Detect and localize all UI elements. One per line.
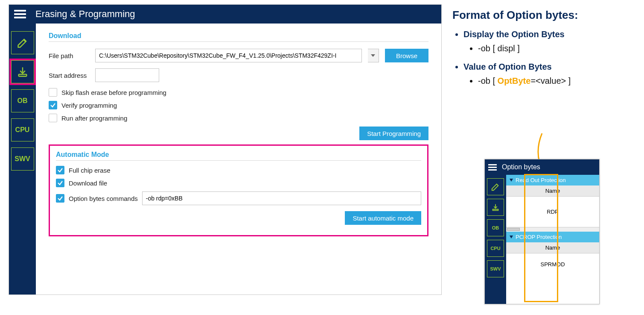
sidebar-edit[interactable] [11,31,34,54]
ob-icon: OB [17,97,28,105]
mini-col-head-1: Name [506,185,599,197]
option-bytes-mini-window: Option bytes OB CPU SWV Read Out Protect… [484,159,600,304]
skip-erase-checkbox[interactable] [49,88,57,97]
swv-icon: SWV [15,155,30,163]
titlebar: Erasing & Programming [9,5,441,24]
mini-hscroll-1[interactable] [506,227,599,232]
verify-row[interactable]: Verify programming [49,101,428,109]
ob-commands-label: Option bytes commands [69,195,138,202]
start-address-input[interactable] [95,68,159,82]
mini-sidebar-ob[interactable]: OB [487,219,504,236]
mini-sec2-head[interactable]: PCROP Protection [506,232,599,242]
mini-sidebar: OB CPU SWV [485,175,506,304]
file-path-label: File path [49,52,89,59]
sidebar-download[interactable] [11,60,34,83]
skip-erase-row[interactable]: Skip flash erase before programming [49,88,428,97]
download-file-row[interactable]: Download file [56,179,421,187]
mini-sidebar-cpu[interactable]: CPU [487,240,504,257]
mini-row-rdp: RDP [506,197,599,227]
automatic-mode-box: Automatic Mode Full chip erase Download … [49,144,428,236]
start-programming-button[interactable]: Start Programming [359,127,428,140]
pencil-icon [17,37,29,49]
bullet-value-ob: Value of Option Bytes -ob [ OptByte=<val… [463,62,640,86]
mini-sec1-head[interactable]: Read Out Protection [506,175,599,185]
run-after-row[interactable]: Run after programming [49,114,428,122]
full-erase-row[interactable]: Full chip erase [56,166,421,174]
full-erase-checkbox[interactable] [56,166,64,174]
mini-row-sprmod: SPRMOD [506,253,599,275]
chevron-down-icon [510,236,513,239]
mini-titlebar: Option bytes [485,159,599,175]
bullet-display-ob: Display the Option Bytes -ob [ displ ] [463,29,640,53]
notes-heading: Format of Option bytes: [452,9,640,22]
erasing-programming-window: Erasing & Programming OB CPU SWV Downloa… [9,4,442,295]
mini-body: Read Out Protection Name RDP PCROP Prote… [506,175,599,304]
full-erase-label: Full chip erase [69,167,111,174]
automatic-section-title: Automatic Mode [56,151,421,161]
chevron-down-icon [510,179,513,182]
start-address-row: Start address [49,68,428,82]
run-after-label: Run after programming [61,115,127,122]
verify-label: Verify programming [61,102,117,109]
file-path-row: File path Browse [49,49,428,62]
svg-marker-3 [510,179,513,182]
start-automatic-button[interactable]: Start automatic mode [345,211,421,225]
mini-sidebar-edit[interactable] [487,178,504,195]
pencil-icon [491,182,500,191]
mini-menu-icon[interactable] [488,164,497,171]
download-section-title: Download [49,32,428,42]
file-path-dropdown[interactable] [368,49,379,62]
download-file-label: Download file [69,180,107,187]
browse-button[interactable]: Browse [385,49,428,62]
run-after-checkbox[interactable] [49,114,57,122]
sidebar-ob[interactable]: OB [11,89,34,112]
mini-sidebar-download[interactable] [487,199,504,216]
cpu-icon: CPU [15,126,30,134]
ob-commands-input[interactable] [142,191,421,205]
mini-col-head-2: Name [506,242,599,253]
start-address-label: Start address [49,72,89,79]
page-title: Erasing & Programming [35,9,135,20]
chevron-down-icon [371,54,375,57]
svg-rect-2 [493,209,498,211]
svg-marker-1 [371,54,375,57]
download-file-checkbox[interactable] [56,179,64,187]
download-icon [491,203,500,212]
download-icon [17,66,29,78]
main-pane: Download File path Browse Start address … [36,24,441,294]
mini-sidebar-swv[interactable]: SWV [487,260,504,277]
skip-erase-label: Skip flash erase before programming [61,89,166,96]
subbullet-ob-displ: -ob [ displ ] [478,44,640,53]
menu-icon[interactable] [14,8,26,20]
svg-rect-0 [18,74,26,77]
file-path-input[interactable] [95,49,362,62]
verify-checkbox[interactable] [49,101,57,109]
sidebar-swv[interactable]: SWV [11,147,34,171]
ob-commands-checkbox[interactable] [56,194,64,203]
annotation-notes: Format of Option bytes: Display the Opti… [452,9,640,94]
ob-commands-row[interactable]: Option bytes commands [56,191,421,205]
subbullet-ob-value: -ob [ OptByte=<value> ] [478,76,640,86]
sidebar-cpu[interactable]: CPU [11,118,34,141]
sidebar: OB CPU SWV [9,24,36,294]
mini-title-text: Option bytes [502,163,540,171]
svg-marker-4 [510,236,513,238]
